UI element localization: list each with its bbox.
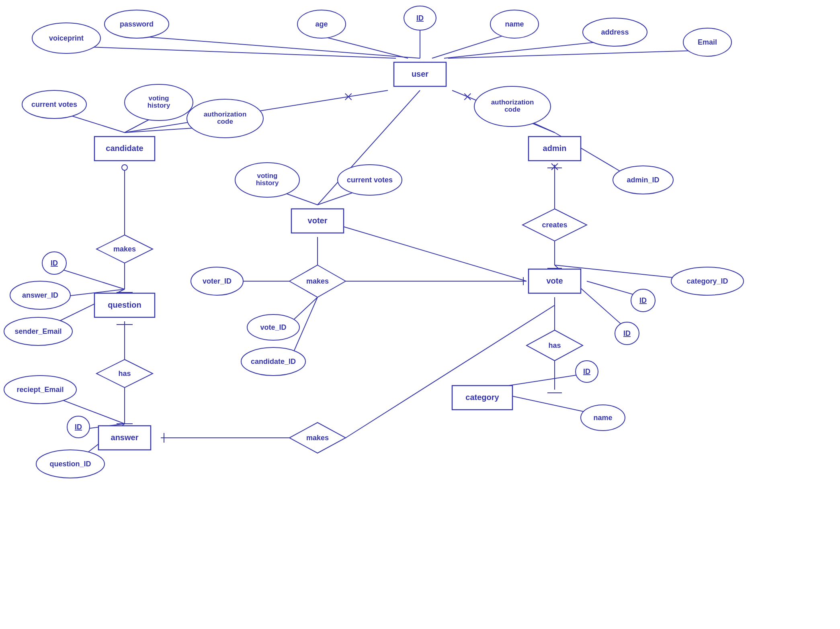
svg-text:history: history bbox=[256, 179, 279, 187]
svg-text:has: has bbox=[548, 341, 561, 349]
svg-text:answer_ID: answer_ID bbox=[22, 291, 58, 299]
svg-text:category_ID: category_ID bbox=[686, 277, 728, 285]
svg-text:makes: makes bbox=[306, 277, 329, 285]
er-diagram: usercandidatevoteradminvotequestionanswe… bbox=[0, 0, 840, 629]
svg-text:ID: ID bbox=[75, 423, 82, 431]
svg-point-22 bbox=[122, 165, 127, 170]
er-svg: usercandidatevoteradminvotequestionanswe… bbox=[0, 0, 840, 629]
svg-text:ID: ID bbox=[416, 14, 424, 22]
svg-text:candidate: candidate bbox=[106, 144, 143, 153]
svg-text:admin_ID: admin_ID bbox=[627, 176, 659, 184]
svg-text:Email: Email bbox=[698, 38, 717, 46]
svg-text:voter_ID: voter_ID bbox=[203, 277, 232, 285]
svg-text:voting: voting bbox=[149, 94, 169, 102]
svg-text:ID: ID bbox=[623, 329, 631, 337]
svg-text:vote_ID: vote_ID bbox=[260, 323, 286, 331]
svg-text:ID: ID bbox=[51, 259, 58, 267]
svg-text:category: category bbox=[465, 393, 499, 402]
svg-text:history: history bbox=[148, 102, 170, 109]
svg-text:password: password bbox=[120, 20, 154, 28]
svg-text:reciept_Email: reciept_Email bbox=[16, 386, 64, 394]
svg-text:candidate_ID: candidate_ID bbox=[251, 357, 296, 366]
svg-text:current votes: current votes bbox=[347, 176, 393, 184]
svg-text:has: has bbox=[118, 370, 131, 378]
svg-text:voting: voting bbox=[257, 172, 278, 180]
svg-text:question: question bbox=[108, 300, 141, 309]
svg-text:voiceprint: voiceprint bbox=[49, 34, 84, 42]
svg-text:question_ID: question_ID bbox=[49, 460, 91, 468]
svg-text:name: name bbox=[593, 414, 612, 422]
svg-text:vote: vote bbox=[546, 276, 563, 285]
svg-text:ID: ID bbox=[639, 296, 647, 304]
svg-text:makes: makes bbox=[306, 434, 329, 442]
svg-line-5 bbox=[448, 50, 707, 58]
svg-text:name: name bbox=[505, 20, 524, 28]
svg-text:current votes: current votes bbox=[31, 100, 77, 108]
svg-text:answer: answer bbox=[111, 433, 139, 442]
svg-text:ID: ID bbox=[583, 368, 590, 376]
svg-line-60 bbox=[346, 305, 555, 438]
svg-text:address: address bbox=[601, 28, 629, 36]
svg-text:makes: makes bbox=[113, 245, 136, 253]
svg-line-25 bbox=[54, 267, 125, 289]
svg-text:voter: voter bbox=[308, 216, 328, 225]
svg-line-0 bbox=[137, 36, 420, 58]
svg-text:authorization: authorization bbox=[204, 110, 247, 118]
svg-text:admin: admin bbox=[543, 144, 567, 153]
svg-line-42 bbox=[338, 225, 527, 281]
svg-text:authorization: authorization bbox=[491, 98, 534, 106]
svg-text:code: code bbox=[504, 106, 520, 113]
svg-text:age: age bbox=[315, 20, 328, 28]
svg-line-1 bbox=[322, 36, 408, 58]
svg-text:user: user bbox=[412, 69, 428, 78]
svg-text:sender_Email: sender_Email bbox=[14, 327, 61, 335]
svg-text:code: code bbox=[217, 118, 233, 125]
svg-text:creates: creates bbox=[542, 221, 567, 229]
